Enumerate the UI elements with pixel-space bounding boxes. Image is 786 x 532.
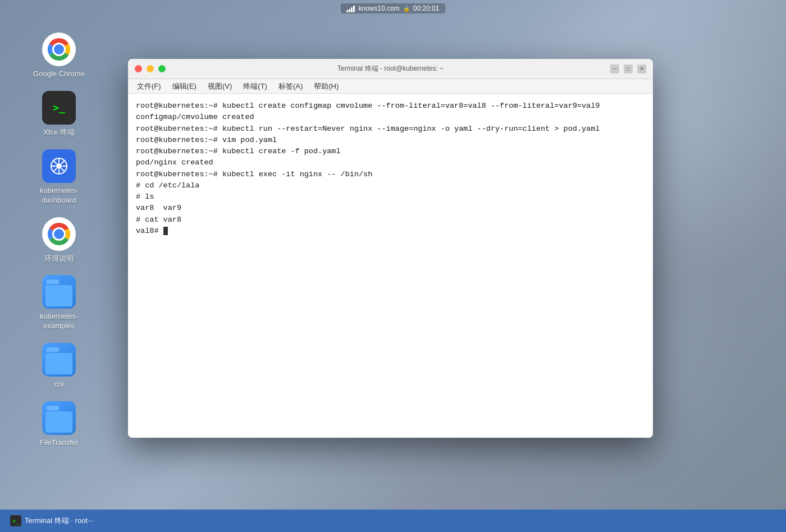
terminal-line-1: root@kubernetes:~# kubectl create config…	[136, 100, 645, 112]
menu-help[interactable]: 帮助(H)	[309, 80, 343, 93]
svg-point-15	[54, 229, 64, 239]
app-icon-label-env: 环境说明	[44, 254, 74, 264]
svg-line-9	[53, 160, 57, 164]
window-restore-action[interactable]: □	[624, 65, 633, 74]
top-bar-center: knows10.com 🔒 00:20:01	[341, 3, 445, 13]
top-bar: knows10.com 🔒 00:20:01	[0, 0, 786, 17]
taskbar-terminal-item[interactable]: >_ Terminal 终端 · root···	[4, 513, 99, 529]
terminal-window-title: Terminal 终端 - root@kubernetes: ~	[337, 64, 444, 74]
sidebar: Google Chrome >_ Xfce 终端	[0, 17, 118, 510]
desktop: knows10.com 🔒 00:20:01	[0, 0, 786, 532]
terminal-menu-bar: 文件(F) 编辑(E) 视图(V) 终端(T) 标签(A) 帮助(H)	[128, 79, 653, 94]
window-action-buttons: ─ □ ✕	[610, 65, 646, 74]
terminal-content[interactable]: root@kubernetes:~# kubectl create config…	[128, 94, 653, 438]
folder-icon-bg-examples	[42, 275, 76, 309]
taskbar-terminal-icon: >_	[10, 515, 21, 526]
app-icon-label-xfce: Xfce 终端	[43, 128, 75, 137]
window-controls	[135, 65, 166, 72]
menu-tabs[interactable]: 标签(A)	[274, 80, 307, 93]
terminal-line-10: var8 var9	[136, 203, 645, 214]
k8s-icon	[42, 149, 76, 183]
window-minimize-button[interactable]	[147, 65, 154, 72]
terminal-line-4: root@kubernetes:~# vim pod.yaml	[136, 135, 645, 146]
xfce-terminal-icon: >_	[42, 91, 76, 125]
terminal-line-9: # ls	[136, 191, 645, 203]
svg-point-2	[54, 44, 64, 54]
terminal-cursor	[163, 227, 168, 235]
terminal-line-11: # cat var8	[136, 214, 645, 226]
folder-icon-bg-cni	[42, 343, 76, 377]
app-icon-k8s-examples[interactable]: kubernetes-examples	[17, 270, 101, 336]
app-icon-xfce-terminal[interactable]: >_ Xfce 终端	[17, 86, 101, 142]
env-docs-icon	[42, 217, 76, 251]
top-bar-time: 00:20:01	[413, 4, 440, 12]
site-label: knows10.com	[358, 4, 399, 12]
terminal-window: Terminal 终端 - root@kubernetes: ~ ─ □ ✕ 文…	[128, 59, 653, 438]
menu-edit[interactable]: 编辑(E)	[168, 80, 201, 93]
signal-bars-icon	[346, 4, 355, 12]
app-icon-filetransfer[interactable]: FileTransfer	[17, 397, 101, 452]
taskbar: >_ Terminal 终端 · root···	[0, 510, 786, 532]
window-maximize-button[interactable]	[158, 65, 166, 72]
app-icon-label-cni: cni	[54, 380, 64, 389]
terminal-line-6: pod/nginx created	[136, 157, 645, 168]
app-icon-label-chrome: Google Chrome	[33, 70, 85, 79]
menu-view[interactable]: 视图(V)	[203, 80, 236, 93]
taskbar-terminal-label: Terminal 终端 · root···	[25, 516, 94, 526]
svg-point-4	[56, 163, 62, 169]
terminal-line-12: val8#	[136, 226, 645, 237]
k8s-examples-folder-icon	[42, 275, 76, 309]
filetransfer-folder-icon	[42, 401, 76, 435]
app-icon-k8s-dashboard[interactable]: kubernetes-dashboard	[17, 145, 101, 210]
app-icon-label-k8s: kubernetes-dashboard	[40, 186, 79, 205]
terminal-line-3: root@kubernetes:~# kubectl run --restart…	[136, 123, 645, 135]
k8s-icon-bg	[42, 149, 76, 183]
app-icon-label-filetransfer: FileTransfer	[40, 438, 79, 448]
terminal-line-5: root@kubernetes:~# kubectl create -f pod…	[136, 146, 645, 157]
app-icon-cni[interactable]: cni	[17, 338, 101, 394]
app-icon-google-chrome[interactable]: Google Chrome	[17, 28, 101, 84]
window-close-button[interactable]	[135, 65, 142, 72]
window-close-action[interactable]: ✕	[637, 65, 646, 74]
svg-line-10	[61, 168, 65, 172]
app-icon-label-k8s-examples: kubernetes-examples	[40, 312, 79, 331]
terminal-line-2: configmap/cmvolume created	[136, 112, 645, 123]
cni-folder-icon	[42, 343, 76, 377]
chrome-icon	[42, 33, 76, 66]
menu-terminal[interactable]: 终端(T)	[239, 80, 272, 93]
terminal-titlebar: Terminal 终端 - root@kubernetes: ~ ─ □ ✕	[128, 59, 653, 79]
terminal-line-7: root@kubernetes:~# kubectl exec -it ngin…	[136, 169, 645, 180]
app-icon-env-docs[interactable]: 环境说明	[17, 213, 101, 268]
svg-line-11	[61, 160, 65, 164]
svg-line-12	[53, 168, 57, 172]
window-minimize-action[interactable]: ─	[610, 65, 619, 74]
folder-icon-bg-filetransfer	[42, 401, 76, 435]
terminal-line-8: # cd /etc/lala	[136, 180, 645, 191]
lock-icon: 🔒	[403, 6, 410, 12]
menu-file[interactable]: 文件(F)	[132, 80, 166, 93]
terminal-icon-bg: >_	[42, 91, 76, 125]
